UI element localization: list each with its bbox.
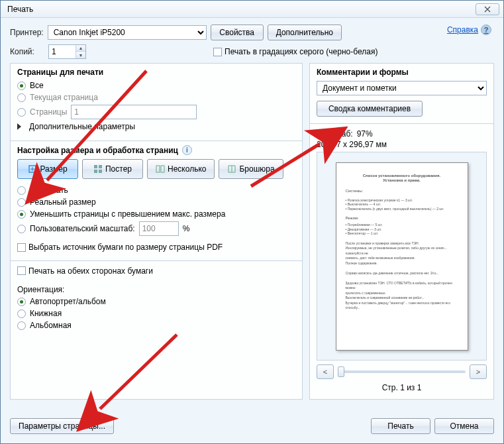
tab-size[interactable]: Размер: [17, 159, 78, 179]
page-dimensions: 209,97 x 296,97 мм: [317, 140, 487, 149]
radio-actual[interactable]: Реальный размер: [17, 197, 295, 207]
tab-booklet[interactable]: Брошюра: [219, 159, 283, 179]
both-sides-checkbox[interactable]: Печать на обеих сторонах бумаги: [17, 266, 153, 276]
expand-icon: [17, 123, 21, 130]
printer-select[interactable]: Canon Inkjet iP5200: [48, 25, 207, 40]
print-button[interactable]: Печать: [371, 418, 430, 434]
orientation-label: Ориентация:: [17, 285, 295, 294]
next-page-button[interactable]: >: [470, 364, 487, 379]
radio-shrink[interactable]: Уменьшить страницы с превышением макс. р…: [17, 209, 295, 219]
close-icon: [484, 6, 491, 13]
comments-group: Комментарии и формы Документ и пометки С…: [309, 63, 494, 124]
pages-group: Страницы для печати Все Текущая страница…: [10, 63, 303, 141]
duplex-group: Печать на обеих сторонах бумаги Ориентац…: [10, 261, 303, 400]
spin-up-icon[interactable]: ▲: [76, 45, 85, 52]
preview-pane: Масштаб: 97% 209,97 x 296,97 мм Список у…: [309, 124, 494, 400]
radio-portrait[interactable]: Книжная: [17, 309, 295, 318]
advanced-button[interactable]: Дополнительно: [268, 25, 342, 40]
size-icon: [28, 164, 37, 174]
slider-thumb[interactable]: [338, 366, 344, 377]
sizing-title: Настройка размера и обработка страниц: [17, 146, 178, 155]
copies-label: Копий:: [10, 47, 44, 56]
radio-landscape[interactable]: Альбомная: [17, 321, 295, 330]
scale-label: Масштаб:: [317, 129, 353, 139]
svg-rect-5: [156, 166, 160, 172]
tab-poster[interactable]: Постер: [82, 159, 143, 179]
printer-label: Принтер:: [10, 28, 44, 37]
cancel-button[interactable]: Отмена: [434, 418, 494, 434]
help-link[interactable]: Справка ?: [447, 25, 491, 35]
summary-button[interactable]: Сводка комментариев: [317, 101, 423, 117]
radio-fit[interactable]: Подогнать: [17, 186, 295, 195]
comments-title: Комментарии и формы: [317, 68, 487, 77]
page-slider[interactable]: [338, 370, 466, 373]
svg-rect-3: [94, 170, 97, 173]
svg-rect-1: [94, 165, 97, 168]
prev-page-button[interactable]: <: [317, 364, 334, 379]
svg-rect-6: [161, 166, 164, 172]
grayscale-checkbox[interactable]: Печать в градациях серого (черно-белая): [213, 47, 378, 56]
tab-multi[interactable]: Несколько: [147, 159, 215, 179]
booklet-icon: [227, 164, 236, 174]
help-icon: ?: [481, 25, 491, 35]
print-dialog: Печать Справка ? Принтер: Canon Inkjet i…: [0, 0, 504, 444]
svg-rect-4: [99, 170, 102, 173]
custom-scale-input[interactable]: [139, 221, 179, 236]
radio-custom-scale[interactable]: Пользовательский масштаб: %: [17, 221, 295, 236]
info-icon[interactable]: i: [182, 145, 192, 155]
multi-icon: [156, 164, 165, 174]
page-indicator: Стр. 1 из 1: [317, 383, 487, 392]
radio-range[interactable]: Страницы: [17, 105, 295, 119]
spin-down-icon[interactable]: ▼: [76, 52, 85, 58]
page-range-input[interactable]: [71, 105, 197, 119]
more-params-expander[interactable]: Дополнительные параметры: [17, 122, 295, 131]
sizing-group: Настройка размера и обработка страниц i …: [10, 141, 303, 261]
copies-input[interactable]: [49, 45, 76, 58]
copies-spinner[interactable]: ▲ ▼: [48, 44, 86, 59]
page-setup-button[interactable]: Параметры страницы...: [10, 418, 114, 434]
scale-value: 97%: [357, 129, 373, 139]
close-button[interactable]: [476, 3, 499, 15]
radio-auto-orient[interactable]: Автопортрет/альбом: [17, 297, 295, 306]
svg-rect-2: [99, 165, 102, 168]
radio-all[interactable]: Все: [17, 81, 295, 90]
pages-title: Страницы для печати: [17, 68, 295, 77]
preview-page: Список установленного оборудования.Устан…: [336, 162, 468, 351]
radio-current[interactable]: Текущая страница: [17, 93, 295, 102]
window-title: Печать: [5, 5, 476, 14]
comments-dropdown[interactable]: Документ и пометки: [317, 81, 487, 95]
poster-icon: [93, 164, 103, 174]
titlebar: Печать: [1, 1, 503, 18]
properties-button[interactable]: Свойства: [211, 25, 264, 40]
paper-source-checkbox[interactable]: Выбрать источник бумаги по размеру стран…: [17, 243, 223, 252]
